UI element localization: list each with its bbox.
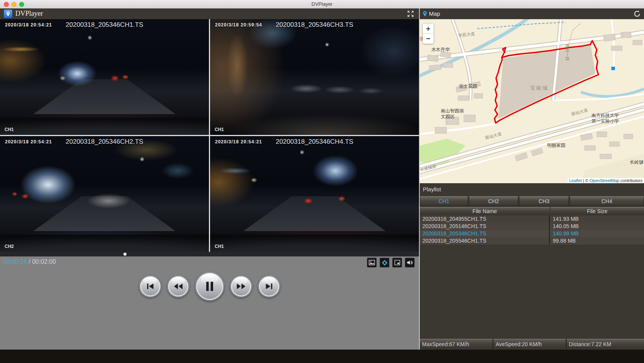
rewind-button[interactable] — [167, 275, 189, 297]
attribution-contributors: contributors — [619, 178, 642, 183]
time-display: 00:00:24 / 00:02:00 — [3, 258, 56, 265]
snapshot-button[interactable] — [367, 258, 377, 268]
trip-stats-bar: MaxSpeed:67 KM/h AveSpeed:20 KM/h Distan… — [420, 339, 644, 349]
leaflet-link[interactable]: Leaflet — [569, 178, 582, 183]
dvplayer-window: DVPlayer DVPlayer Map — [0, 0, 644, 363]
playlist-row[interactable]: 20200318_204955CH1.TS 141.93 MB — [420, 215, 644, 223]
app-header: DVPlayer — [0, 8, 419, 19]
next-file-button[interactable] — [258, 275, 280, 297]
zoom-in-button[interactable]: + — [423, 24, 434, 34]
video-channel-label: CH2 — [5, 244, 14, 249]
osm-link[interactable]: OpenStreetMap — [590, 178, 619, 183]
map-attribution: Leaflet | © OpenStreetMap contributors — [568, 178, 644, 183]
time-separator: / — [27, 258, 32, 265]
dashboard-art — [0, 118, 209, 135]
bottom-strip — [0, 350, 644, 363]
screen-icon — [394, 260, 400, 265]
file-name: 20200318_205546CH1.TS — [420, 237, 550, 245]
map-zoom-control: + − — [423, 24, 434, 44]
fast-forward-button[interactable] — [230, 275, 252, 297]
app-logo-icon — [4, 10, 12, 18]
control-pane: 00:00:24 / 00:02:00 — [0, 256, 419, 350]
video-pane-ch2[interactable]: 2020/3/18 20:54:21 20200318_205346CH2.TS… — [0, 136, 209, 252]
playlist-row[interactable]: 20200318_205546CH1.TS 99.88 MB — [420, 237, 644, 245]
video-channel-label: CH1 — [5, 127, 14, 132]
file-name: 20200318_205146CH1.TS — [420, 223, 550, 230]
map-header: Map — [420, 8, 644, 19]
playlist-row-selected[interactable]: 20200318_205346CH1.TS 140.99 MB — [420, 230, 644, 237]
transport-controls — [0, 271, 419, 302]
speaker-icon — [407, 260, 413, 265]
video-channel-label: CH1 — [215, 244, 224, 249]
playlist-rows: 20200318_204955CH1.TS 141.93 MB 20200318… — [420, 215, 644, 245]
file-name: 20200318_205346CH1.TS — [420, 230, 550, 237]
tab-ch4[interactable]: CH4 — [570, 196, 644, 206]
dashboard-art — [0, 235, 209, 252]
map-tiles — [420, 19, 644, 183]
video-grid: 2020/3/18 20:54:21 20200318_205346CH1.TS… — [0, 19, 419, 252]
zoom-out-button[interactable]: − — [423, 34, 434, 44]
file-size: 140.05 MB — [550, 223, 644, 230]
seek-handle[interactable] — [123, 253, 127, 256]
image-icon — [369, 260, 375, 265]
previous-file-button[interactable] — [139, 275, 161, 297]
trip-ave-speed: AveSpeed:20 KM/h — [493, 339, 566, 349]
current-time: 00:00:24 — [3, 258, 27, 265]
video-pane-ch4[interactable]: 2020/3/18 20:54:21 20200318_205346CH4.TS… — [210, 136, 419, 252]
night-scene-art — [210, 19, 419, 135]
playlist-panel: Playlist CH1 CH2 CH3 CH4 File Name File … — [420, 183, 644, 350]
video-pane-ch1[interactable]: 2020/3/18 20:54:21 20200318_205346CH1.TS… — [0, 19, 209, 135]
display-mode-button[interactable] — [392, 258, 402, 268]
attribution-separator: | © — [582, 178, 590, 183]
tab-ch3[interactable]: CH3 — [519, 196, 569, 206]
column-file-size: File Size — [550, 207, 644, 215]
diamond-icon — [382, 260, 388, 266]
titlebar: DVPlayer — [0, 0, 644, 9]
volume-button[interactable] — [405, 258, 415, 268]
video-filename: 20200318_205346CH2.TS — [0, 138, 209, 146]
file-size: 140.99 MB — [550, 230, 644, 237]
fullscreen-icon[interactable] — [406, 10, 415, 18]
seek-bar[interactable] — [0, 252, 419, 256]
video-pane-ch3[interactable]: 2020/3/18 20:59:54 20200318_205346CH3.TS… — [210, 19, 419, 135]
video-filename: 20200318_205346CH3.TS — [210, 21, 419, 29]
app-title: DVPlayer — [15, 10, 43, 18]
tab-ch1[interactable]: CH1 — [420, 196, 468, 206]
file-size: 141.93 MB — [550, 215, 644, 223]
playlist-columns: File Name File Size — [420, 207, 644, 215]
map-title: Map — [429, 10, 440, 17]
file-name: 20200318_204955CH1.TS — [420, 215, 550, 223]
playlist-title: Playlist — [423, 186, 441, 192]
refresh-icon[interactable] — [633, 10, 641, 18]
map-mode-button[interactable] — [380, 258, 389, 268]
tab-ch2[interactable]: CH2 — [469, 196, 518, 206]
map-pin-icon — [423, 11, 427, 17]
video-channel-label: CH1 — [215, 127, 224, 132]
file-size: 99.88 MB — [550, 237, 644, 245]
channel-tabs: CH1 CH2 CH3 CH4 — [420, 196, 644, 206]
dashboard-art — [210, 235, 419, 252]
map-canvas[interactable]: 医院水木丹华崇文花园宝能城南山智园崇文园区明丽家园南方科技大学第一实验小学长岭陂… — [420, 19, 644, 183]
playlist-row[interactable]: 20200318_205146CH1.TS 140.05 MB — [420, 223, 644, 230]
window-title: DVPlayer — [0, 1, 644, 7]
trip-max-speed: MaxSpeed:67 KM/h — [420, 339, 493, 349]
video-filename: 20200318_205346CH4.TS — [210, 138, 419, 146]
total-time: 00:02:00 — [32, 258, 56, 265]
trip-distance: Distance:7.22 KM — [567, 339, 644, 349]
pause-button[interactable] — [195, 272, 224, 301]
video-filename: 20200318_205346CH1.TS — [0, 21, 209, 29]
column-file-name: File Name — [420, 207, 550, 215]
